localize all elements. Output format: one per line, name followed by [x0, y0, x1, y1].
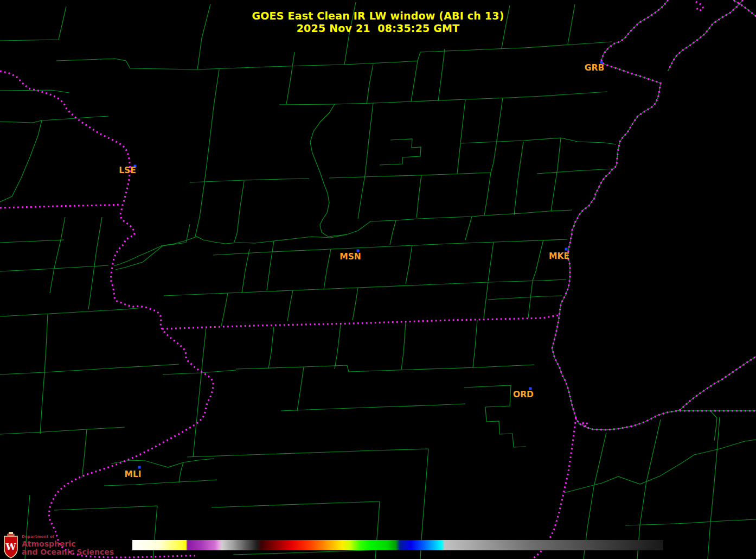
logo-department-of: Department of: [22, 535, 114, 539]
county-line: [54, 506, 157, 510]
county-line: [533, 240, 543, 281]
county-line: [324, 249, 331, 289]
border-il-in-border: [533, 418, 576, 559]
county-line: [233, 550, 380, 555]
border-wi-il-border: [162, 315, 558, 329]
county-line: [163, 370, 236, 374]
county-line: [390, 220, 396, 245]
county-line: [164, 280, 566, 296]
county-line: [401, 322, 406, 370]
county-line: [375, 501, 380, 559]
county-line: [708, 417, 720, 559]
county-line: [212, 501, 380, 507]
county-line: [488, 242, 494, 281]
border-mn-ia-border: [0, 205, 120, 208]
county-line: [50, 217, 65, 293]
county-line: [485, 407, 526, 447]
county-line: [153, 506, 157, 559]
county-line: [179, 462, 183, 482]
county-line: [438, 49, 445, 101]
county-line: [0, 427, 125, 434]
county-line: [267, 241, 274, 290]
border-lake-michigan-west-shore: [552, 0, 680, 430]
border-door-peninsula-west-shore: [668, 0, 743, 71]
county-line: [551, 138, 561, 211]
satellite-image-viewer: GRBLSEMSNMKEORDMLI GOES East Clean IR LW…: [0, 0, 756, 559]
county-line: [221, 293, 228, 326]
crest-letter: W: [5, 541, 16, 552]
crest-crown-band: [8, 534, 14, 536]
county-line: [0, 240, 64, 243]
county-line: [195, 182, 204, 237]
county-line: [568, 4, 575, 44]
county-line: [0, 308, 142, 316]
county-line: [44, 314, 48, 372]
city-label-msn: MSN: [339, 252, 361, 262]
county-line: [279, 101, 412, 105]
county-line: [412, 92, 607, 101]
county-line: [187, 449, 428, 457]
county-line: [461, 138, 616, 144]
county-line: [473, 320, 477, 367]
map-canvas: GRBLSEMSNMKEORDMLI: [0, 0, 756, 559]
city-dot-mli: [138, 466, 141, 469]
county-line: [564, 440, 756, 493]
county-line: [465, 217, 472, 240]
county-line: [0, 90, 69, 93]
county-line: [514, 142, 523, 215]
county-line: [484, 173, 491, 215]
border-bay-tip-hook: [696, 2, 703, 11]
county-line: [365, 103, 373, 175]
county-line: [417, 175, 421, 218]
logo-atmospheric: Atmospheric: [22, 540, 114, 548]
county-line: [464, 385, 511, 407]
uw-crest-icon: W: [3, 532, 18, 559]
border-northeast-shore: [680, 357, 756, 410]
state-border-dotted-lines: [0, 0, 756, 559]
county-line: [710, 411, 717, 441]
county-line: [329, 173, 491, 178]
county-line: [488, 296, 562, 300]
county-line: [104, 480, 217, 486]
county-line: [287, 290, 293, 321]
city-markers: GRBLSEMSNMKEORDMLI: [119, 61, 604, 480]
county-line: [0, 120, 42, 202]
county-line: [40, 372, 44, 434]
county-line: [88, 217, 102, 309]
county-line: [0, 265, 108, 271]
county-line: [56, 59, 197, 69]
county-line: [457, 100, 465, 174]
shoreline-green-underlay: [552, 0, 756, 430]
city-label-mli: MLI: [124, 469, 141, 479]
shore-green-lake-michigan-west-shore: [552, 0, 680, 430]
county-line: [193, 327, 206, 457]
county-line: [347, 215, 484, 234]
county-line: [268, 327, 274, 369]
county-line: [0, 7, 66, 41]
county-line: [204, 69, 219, 182]
county-line: [281, 404, 465, 411]
border-mississippi-river: [0, 71, 213, 557]
county-line: [236, 365, 534, 372]
county-line: [411, 61, 418, 101]
logo-text: Department of Atmospheric and Oceanic Sc…: [22, 532, 114, 556]
temperature-colorbar: [132, 540, 663, 550]
city-label-mke: MKE: [549, 251, 569, 261]
uw-aos-logo: W Department of Atmospheric and Oceanic …: [3, 532, 114, 559]
county-line: [502, 5, 510, 48]
county-line: [344, 2, 356, 65]
county-line: [335, 325, 341, 369]
county-line: [380, 139, 421, 165]
logo-oceanic-sciences: and Oceanic Sciences: [22, 548, 114, 556]
county-line: [484, 210, 572, 215]
county-line: [242, 249, 249, 293]
county-line: [297, 367, 304, 411]
county-line: [310, 104, 347, 237]
county-line: [190, 179, 309, 182]
shore-green-door-peninsula-west-shore: [668, 0, 743, 71]
county-line: [286, 52, 294, 104]
city-label-lse: LSE: [119, 166, 136, 175]
county-line: [197, 4, 210, 69]
county-line: [197, 65, 344, 69]
county-line: [0, 364, 179, 374]
